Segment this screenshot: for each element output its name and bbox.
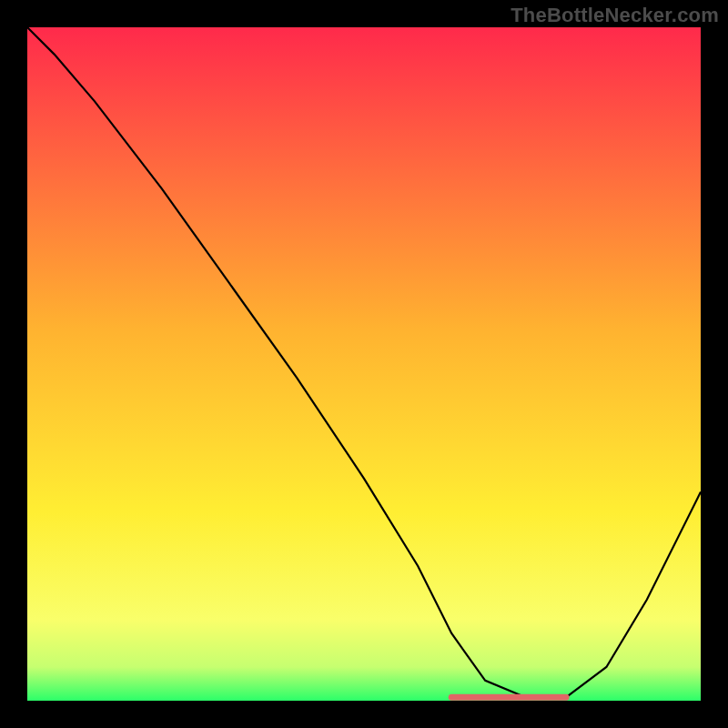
watermark-text: TheBottleNecker.com <box>511 4 719 27</box>
plot-background <box>27 27 701 701</box>
chart-svg <box>27 27 701 701</box>
chart-container: TheBottleNecker.com <box>0 0 728 728</box>
